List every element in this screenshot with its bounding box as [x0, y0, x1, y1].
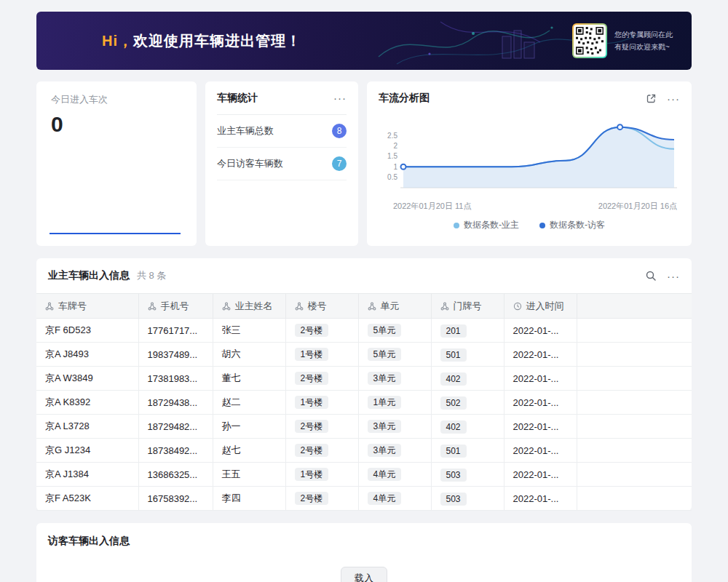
- x-axis-label-end: 2022年01月20日 16点: [598, 201, 677, 212]
- legend-item-visitor[interactable]: 数据条数-访客: [539, 219, 605, 231]
- table-cell-filler: [577, 415, 692, 439]
- cell-tag: 4单元: [368, 492, 402, 505]
- table-cell-filler: [577, 439, 692, 463]
- table-cell: 王五: [213, 463, 285, 487]
- table-cell: 2022-01-...: [504, 463, 577, 487]
- table-cell: 503: [431, 487, 504, 511]
- table-cell: 李四: [213, 487, 285, 511]
- svg-text:0.5: 0.5: [387, 173, 397, 181]
- table-cell: 3单元: [358, 367, 431, 391]
- cell-tag: 2号楼: [295, 492, 329, 505]
- table-cell: 2号楼: [285, 367, 358, 391]
- cell-tag: 5单元: [368, 324, 402, 337]
- legend-item-owner[interactable]: 数据条数-业主: [454, 219, 519, 231]
- table-cell: 张三: [213, 319, 285, 343]
- table-cell: 京F A523K: [36, 487, 138, 511]
- qr-caption-line2: 有疑问欢迎来戳~: [614, 41, 673, 53]
- table-cell: 17381983...: [138, 367, 213, 391]
- field-icon: [148, 302, 157, 311]
- table-cell: 2022-01-...: [504, 343, 577, 367]
- legend-label: 数据条数-业主: [464, 219, 519, 231]
- cell-tag: 402: [440, 372, 467, 386]
- today-entries-value: 0: [51, 112, 182, 137]
- table-row[interactable]: 京A J849319837489...胡六1号楼5单元5012022-01-..…: [36, 343, 692, 367]
- table-cell: 京G J1234: [36, 439, 138, 463]
- table-cell: 2022-01-...: [504, 319, 577, 343]
- cell-tag: 1号楼: [295, 348, 329, 361]
- table-cell: 1单元: [358, 391, 431, 415]
- table-cell: 2022-01-...: [504, 439, 577, 463]
- table-cell: 京A W3849: [36, 367, 138, 391]
- table-row[interactable]: 京A W384917381983...董七2号楼3单元4022022-01-..…: [36, 367, 692, 391]
- table-cell: 京A J1384: [36, 463, 138, 487]
- search-icon[interactable]: [645, 270, 657, 282]
- traffic-line-chart: 0.511.522.5: [379, 115, 680, 199]
- column-header-building[interactable]: 楼号: [285, 294, 358, 319]
- svg-text:2: 2: [393, 142, 397, 150]
- table-row[interactable]: 京A K839218729438...赵二1号楼1单元5022022-01-..…: [36, 391, 692, 415]
- table-cell: 4单元: [358, 463, 431, 487]
- x-axis-label-start: 2022年01月20日 11点: [393, 201, 471, 212]
- cell-tag: 3单元: [368, 444, 402, 457]
- welcome-title-text: 欢迎使用车辆进出管理！: [133, 33, 301, 49]
- table-cell: 16758392...: [138, 487, 213, 511]
- table-cell: 19837489...: [138, 343, 213, 367]
- welcome-title-hi: Hi，: [102, 33, 133, 49]
- column-header-phone[interactable]: 手机号: [138, 294, 213, 319]
- field-icon: [295, 302, 304, 311]
- table-row[interactable]: 京A L372818729482...孙一2号楼3单元4022022-01-..…: [36, 415, 692, 439]
- table-cell: 2号楼: [285, 439, 358, 463]
- table-cell: 2号楼: [285, 319, 358, 343]
- column-header-owner-name[interactable]: 业主姓名: [213, 294, 285, 319]
- table-cell: 2022-01-...: [504, 487, 577, 511]
- column-header-door[interactable]: 门牌号: [431, 294, 504, 319]
- cell-tag: 1号楼: [295, 468, 329, 481]
- column-header-entry-time[interactable]: 进入时间: [504, 294, 577, 319]
- owner-vehicle-table: 车牌号 手机号 业主姓名 楼号 单元 门牌号 进入时间 京F 6D5231776…: [36, 293, 692, 511]
- cell-tag: 1单元: [368, 396, 402, 409]
- table-row[interactable]: 京F A523K16758392...李四2号楼4单元5032022-01-..…: [36, 487, 692, 511]
- table-cell: 17761717...: [138, 319, 213, 343]
- column-header-filler: [577, 294, 692, 319]
- table-cell: 京F 6D523: [36, 319, 138, 343]
- qr-caption-line1: 您的专属顾问在此: [614, 28, 673, 41]
- stat-label: 今日访客车辆数: [217, 157, 283, 170]
- more-icon[interactable]: ···: [333, 92, 347, 103]
- stats-cards-row: 今日进入车次 0 车辆统计 ··· 业主车辆总数 8 今日访客车辆数 7 车流分…: [36, 81, 692, 246]
- legend-dot-owner: [454, 223, 459, 228]
- field-icon: [45, 302, 54, 311]
- table-cell: 18729482...: [138, 415, 213, 439]
- svg-text:2.5: 2.5: [387, 132, 397, 140]
- table-cell: 1号楼: [285, 343, 358, 367]
- table-cell: 3单元: [358, 415, 431, 439]
- table-cell-filler: [577, 463, 692, 487]
- cell-tag: 2号楼: [295, 444, 329, 457]
- cell-tag: 5单元: [368, 348, 402, 361]
- more-icon[interactable]: ···: [667, 93, 680, 104]
- load-button[interactable]: 载入: [341, 567, 387, 582]
- cell-tag: 2号楼: [295, 372, 329, 385]
- table-cell: 1号楼: [285, 391, 358, 415]
- table-cell: 3单元: [358, 439, 431, 463]
- legend-label: 数据条数-访客: [550, 219, 605, 231]
- today-entries-label: 今日进入车次: [51, 93, 182, 106]
- stat-badge: 7: [332, 156, 347, 171]
- cell-tag: 1号楼: [295, 396, 329, 409]
- table-cell: 赵七: [213, 439, 285, 463]
- more-icon[interactable]: ···: [667, 271, 680, 282]
- column-header-plate[interactable]: 车牌号: [36, 294, 138, 319]
- traffic-chart-title: 车流分析图: [379, 92, 430, 105]
- table-row[interactable]: 京G J123418738492...赵七2号楼3单元5012022-01-..…: [36, 439, 692, 463]
- table-row[interactable]: 京A J138413686325...王五1号楼4单元5032022-01-..…: [36, 463, 692, 487]
- cell-tag: 201: [440, 324, 467, 338]
- table-cell: 18729438...: [138, 391, 213, 415]
- table-cell: 501: [431, 439, 504, 463]
- chart-legend: 数据条数-业主 数据条数-访客: [379, 219, 680, 231]
- export-icon[interactable]: [646, 93, 657, 104]
- table-row[interactable]: 京F 6D52317761717...张三2号楼5单元2012022-01-..…: [36, 319, 692, 343]
- table-cell: 18738492...: [138, 439, 213, 463]
- table-cell: 2022-01-...: [504, 391, 577, 415]
- table-cell: 5单元: [358, 343, 431, 367]
- column-header-unit[interactable]: 单元: [358, 294, 431, 319]
- table-cell: 201: [431, 319, 504, 343]
